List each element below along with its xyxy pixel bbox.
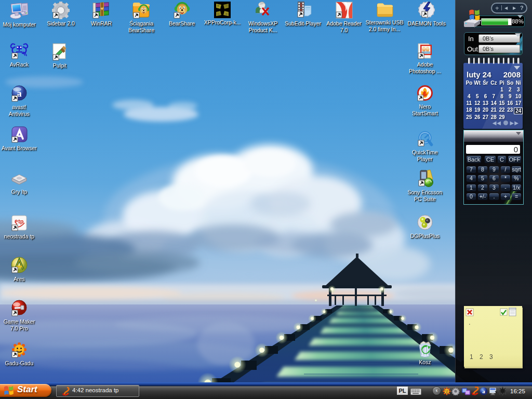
svg-text:a: a bbox=[482, 388, 485, 394]
svg-text:ę: ę bbox=[15, 217, 18, 225]
svg-text:tp: tp bbox=[18, 218, 24, 224]
